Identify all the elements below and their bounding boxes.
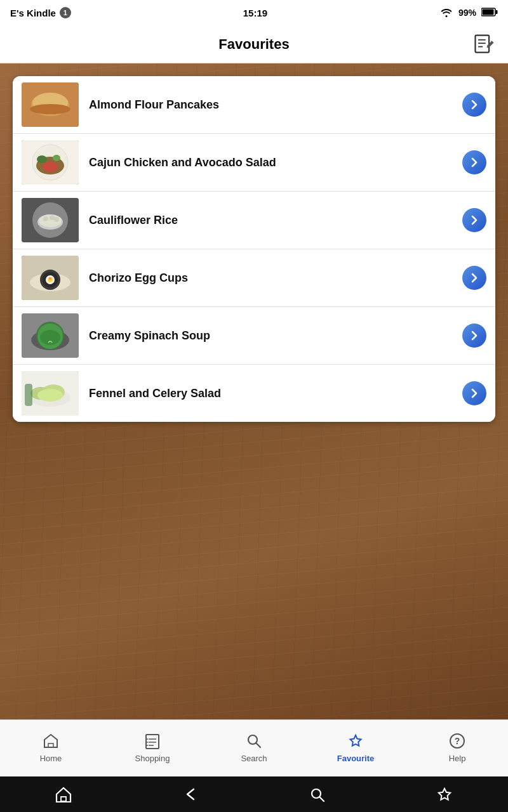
tab-bar: Home Shopping Search (0, 719, 508, 776)
recipe-list: Almond Flour Pancakes Cajun Chicken and … (13, 76, 495, 422)
carrier-label: E's Kindle (10, 8, 56, 18)
svg-point-21 (43, 216, 48, 221)
svg-rect-2 (482, 9, 493, 15)
svg-point-40 (37, 389, 63, 402)
recipe-arrow-button[interactable] (462, 150, 486, 174)
page-header: Favourites (0, 25, 508, 63)
help-tab-icon: ? (447, 731, 467, 751)
notification-badge: 1 (60, 7, 71, 18)
list-item[interactable]: Fennel and Celery Salad (13, 365, 495, 422)
status-left: E's Kindle 1 (10, 7, 71, 18)
tab-favourite[interactable]: Favourite (318, 731, 394, 763)
tab-home[interactable]: Home (13, 731, 89, 763)
svg-point-14 (37, 155, 47, 163)
list-item[interactable]: Chorizo Egg Cups (13, 249, 495, 307)
edit-list-button[interactable] (470, 30, 498, 58)
home-tab-icon (41, 731, 61, 751)
tab-help[interactable]: ? Help (419, 731, 495, 763)
svg-point-10 (30, 104, 70, 114)
battery-percent: 99% (458, 8, 476, 18)
system-back-button[interactable] (177, 780, 204, 808)
tab-shopping[interactable]: Shopping (114, 731, 190, 763)
recipe-name: Cajun Chicken and Avocado Salad (89, 156, 452, 169)
svg-point-15 (53, 155, 60, 161)
svg-rect-43 (146, 735, 159, 749)
recipe-arrow-button[interactable] (462, 208, 486, 232)
list-item[interactable]: Almond Flour Pancakes (13, 76, 495, 134)
recipe-thumbnail (22, 198, 79, 242)
system-nav (0, 776, 508, 812)
svg-text:?: ? (455, 736, 460, 746)
system-home-button[interactable] (50, 780, 77, 808)
svg-point-16 (43, 162, 58, 172)
svg-rect-1 (495, 10, 497, 14)
favourite-tab-icon (345, 731, 366, 751)
tab-help-label: Help (449, 754, 466, 763)
recipe-name: Cauliflower Rice (89, 214, 452, 227)
recipe-arrow-button[interactable] (462, 93, 486, 117)
tab-search-label: Search (241, 754, 267, 763)
svg-point-30 (49, 277, 51, 280)
tab-favourite-label: Favourite (337, 754, 375, 763)
recipe-thumbnail (22, 371, 79, 416)
tab-search[interactable]: Search (216, 731, 292, 763)
recipe-name: Fennel and Celery Salad (89, 387, 452, 400)
svg-point-22 (50, 215, 55, 220)
recipe-thumbnail (22, 256, 79, 300)
page-title: Favourites (218, 36, 289, 53)
svg-rect-54 (61, 797, 66, 801)
list-item[interactable]: Cauliflower Rice (13, 192, 495, 249)
battery-icon (481, 8, 498, 18)
tab-home-label: Home (40, 754, 62, 763)
recipe-arrow-button[interactable] (462, 381, 486, 405)
list-item[interactable]: Cajun Chicken and Avocado Salad (13, 134, 495, 192)
tab-shopping-label: Shopping (135, 754, 170, 763)
recipe-arrow-button[interactable] (462, 266, 486, 290)
system-favourite-button[interactable] (431, 780, 458, 808)
svg-line-56 (320, 797, 324, 802)
main-content: Almond Flour Pancakes Cajun Chicken and … (0, 63, 508, 719)
svg-line-51 (257, 743, 261, 748)
recipe-thumbnail (22, 313, 79, 358)
list-item[interactable]: Creamy Spinach Soup (13, 307, 495, 365)
search-tab-icon (244, 731, 264, 751)
svg-rect-41 (25, 384, 32, 406)
recipe-thumbnail (22, 82, 79, 127)
status-bar: E's Kindle 1 15:19 99% (0, 0, 508, 25)
svg-point-23 (54, 217, 59, 222)
recipe-arrow-button[interactable] (462, 324, 486, 348)
recipe-name: Almond Flour Pancakes (89, 98, 452, 112)
wifi-icon (439, 7, 453, 19)
status-right: 99% (439, 7, 498, 19)
status-time: 15:19 (243, 8, 267, 18)
recipe-thumbnail (22, 140, 79, 185)
svg-point-35 (40, 330, 60, 345)
recipe-name: Creamy Spinach Soup (89, 329, 452, 343)
system-search-button[interactable] (304, 780, 331, 808)
shopping-tab-icon (142, 731, 163, 751)
recipe-name: Chorizo Egg Cups (89, 272, 452, 285)
